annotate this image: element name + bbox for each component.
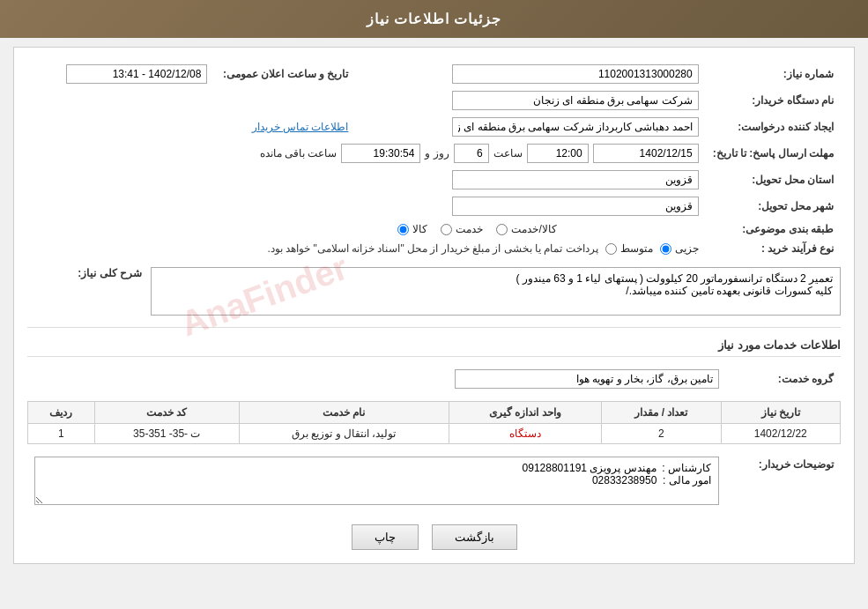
service-group-input[interactable]	[455, 369, 719, 389]
need-number-input[interactable]	[452, 64, 699, 84]
remaining-input[interactable]	[341, 144, 420, 163]
services-section: اطلاعات خدمات مورد نیاز گروه خدمت: تاریخ…	[27, 338, 841, 444]
category-good-label: کالا	[412, 223, 427, 235]
process-part-label: جزیی	[675, 242, 699, 255]
col-service-name: نام خدمت	[239, 402, 449, 424]
category-good-service-radio[interactable]	[496, 224, 508, 235]
services-section-title: اطلاعات خدمات مورد نیاز	[27, 338, 841, 357]
cell-row-num: 1	[28, 424, 95, 444]
city-input[interactable]	[452, 197, 699, 216]
process-part-radio[interactable]	[660, 243, 671, 255]
buyer-org-value	[390, 87, 705, 114]
buyer-notes-textarea[interactable]	[34, 457, 719, 505]
province-label: استان محل تحویل:	[706, 167, 841, 193]
buyer-notes-label: توضیحات خریدار:	[726, 453, 841, 511]
buyer-notes-section: توضیحات خریدار:	[27, 453, 841, 511]
process-label: نوع فرآیند خرید :	[706, 239, 841, 258]
province-input[interactable]	[452, 170, 699, 189]
cell-service-name: تولید، انتقال و توزیع برق	[239, 424, 449, 444]
announce-date-value	[27, 61, 214, 87]
announce-date-input[interactable]	[66, 64, 207, 84]
process-row: پرداخت تمام یا بخشی از مبلغ خریدار از مح…	[27, 239, 706, 258]
info-table-top: شماره نیاز: تاریخ و ساعت اعلان عمومی: نا…	[27, 61, 841, 258]
process-medium-radio[interactable]	[605, 243, 617, 255]
creator-label: ایجاد کننده درخواست:	[706, 114, 841, 140]
category-label: طبقه بندی موضوعی:	[706, 219, 841, 239]
buyer-notes-value	[27, 453, 726, 511]
announce-date-label: تاریخ و ساعت اعلان عمومی:	[214, 61, 355, 87]
time-label: ساعت	[493, 147, 523, 160]
deadline-time-input[interactable]	[527, 144, 589, 163]
category-service-label: خدمت	[456, 223, 483, 235]
page-header: جزئیات اطلاعات نیاز	[0, 0, 868, 38]
need-desc-textarea[interactable]	[151, 267, 841, 316]
page-wrapper: جزئیات اطلاعات نیاز شماره نیاز: تاریخ و …	[0, 0, 868, 609]
back-button[interactable]: بازگشت	[432, 524, 517, 550]
col-row-num: ردیف	[28, 402, 95, 424]
col-unit: واحد اندازه گیری	[449, 402, 601, 424]
services-data-table: تاریخ نیاز تعداد / مقدار واحد اندازه گیر…	[27, 401, 841, 444]
category-good-service-label: کالا/خدمت	[511, 223, 556, 235]
process-description: پرداخت تمام یا بخشی از مبلغ خریدار از مح…	[267, 242, 597, 255]
category-options: کالا خدمت کالا/خدمت	[390, 219, 705, 239]
separator-1	[27, 327, 841, 328]
buyer-org-input[interactable]	[452, 91, 699, 110]
main-content: شماره نیاز: تاریخ و ساعت اعلان عمومی: نا…	[13, 47, 855, 564]
cell-unit: دستگاه	[449, 424, 601, 444]
creator-contact-link[interactable]: اطلاعات تماس خریدار	[252, 121, 349, 133]
need-number-label: شماره نیاز:	[706, 61, 841, 87]
process-medium-label: متوسط	[620, 242, 653, 255]
col-need-date: تاریخ نیاز	[721, 402, 840, 424]
col-service-code: کد خدمت	[94, 402, 239, 424]
city-label: شهر محل تحویل:	[706, 193, 841, 219]
remaining-label: ساعت باقی مانده	[260, 147, 338, 160]
cell-service-code: ت -35- 351-35	[94, 424, 239, 444]
table-row: 1402/12/22 2 دستگاه تولید، انتقال و توزی…	[28, 424, 841, 444]
need-desc-section: شرح کلی نیاز: AnaFinder	[27, 267, 841, 318]
days-input[interactable]	[454, 144, 489, 163]
cell-need-date: 1402/12/22	[721, 424, 840, 444]
city-value	[390, 193, 705, 219]
page-title: جزئیات اطلاعات نیاز	[367, 11, 502, 26]
deadline-date-input[interactable]	[593, 144, 699, 163]
creator-input[interactable]	[452, 117, 699, 137]
days-label: روز و	[425, 147, 449, 160]
buyer-notes-table: توضیحات خریدار:	[27, 453, 841, 511]
creator-value	[390, 114, 705, 140]
service-group-value	[27, 366, 726, 392]
buttons-row: بازگشت چاپ	[27, 524, 841, 550]
need-desc-label: شرح کلی نیاز:	[27, 267, 142, 279]
province-value	[390, 167, 705, 193]
watermark-container: AnaFinder	[151, 267, 841, 318]
service-group-label: گروه خدمت:	[726, 366, 841, 392]
buyer-org-label: نام دستگاه خریدار:	[706, 87, 841, 114]
service-group-table: گروه خدمت:	[27, 366, 841, 392]
category-good-radio[interactable]	[397, 224, 409, 235]
response-deadline-label: مهلت ارسال پاسخ: تا تاریخ:	[706, 140, 841, 167]
deadline-row: ساعت باقی مانده روز و ساعت	[27, 140, 706, 167]
col-quantity: تعداد / مقدار	[602, 402, 721, 424]
category-service-radio[interactable]	[441, 224, 452, 235]
cell-quantity: 2	[602, 424, 721, 444]
need-number-value	[390, 61, 705, 87]
print-button[interactable]: چاپ	[352, 524, 419, 550]
